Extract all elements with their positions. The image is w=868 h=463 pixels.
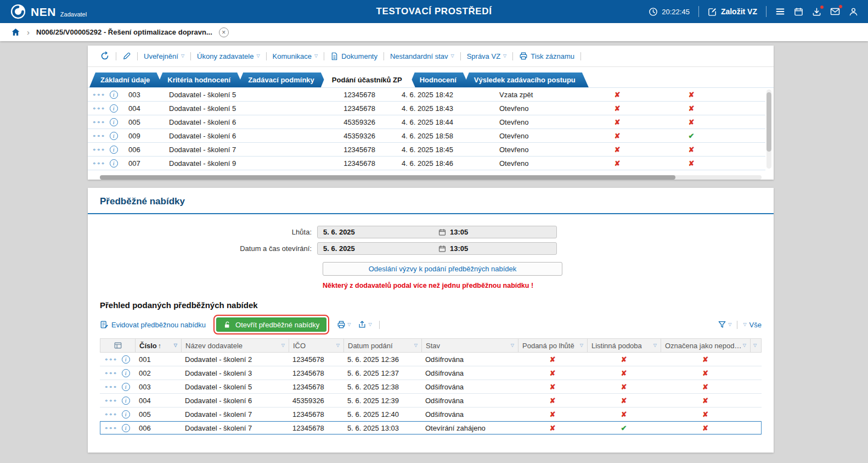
header-datum-podani[interactable]: Datum podání ▽: [344, 339, 422, 352]
offers-overview-title: Přehled podaných předběžných nabídek: [88, 292, 774, 313]
profile-button[interactable]: [849, 7, 858, 16]
row-info-icon[interactable]: i: [110, 132, 118, 140]
row-actions-icon[interactable]: ∘∘∘: [104, 370, 117, 376]
breadcrumb-record[interactable]: N006/25/V00005292 - Řešení optimalizace …: [36, 28, 212, 36]
toolbar-item-tisk-zaznamu[interactable]: Tisk záznamu: [519, 52, 574, 60]
header-stav[interactable]: Stav ▽: [422, 339, 518, 352]
cell-stav: Otevřeno: [483, 132, 582, 140]
cell-ico: 45359326: [289, 397, 343, 405]
nen-logo[interactable]: NEN Zadavatel: [10, 3, 87, 20]
calendar-button[interactable]: [794, 7, 803, 16]
row-actions-icon[interactable]: ∘∘∘: [92, 133, 105, 139]
tab[interactable]: Kritéria hodnocení: [156, 72, 244, 87]
row-info-icon[interactable]: i: [122, 383, 130, 391]
table-row[interactable]: ∘∘∘ i 005 Dodavatel - školení 7 12345678…: [100, 408, 762, 421]
deadline-date-value[interactable]: 5. 6. 2025: [318, 228, 438, 236]
filter-button[interactable]: ▽: [718, 320, 731, 329]
row-info-icon[interactable]: i: [122, 369, 130, 377]
tab-label: Zadávací podmínky: [248, 76, 314, 84]
row-actions-icon[interactable]: ∘∘∘: [92, 160, 105, 166]
row-info-icon[interactable]: i: [110, 159, 118, 168]
row-info-icon[interactable]: i: [110, 91, 118, 99]
row-actions-icon[interactable]: ∘∘∘: [92, 119, 105, 125]
tab[interactable]: Podání účastníků ZP: [321, 72, 415, 87]
refresh-button[interactable]: [100, 51, 110, 61]
row-actions-icon[interactable]: ∘∘∘: [104, 411, 117, 417]
column-settings-button[interactable]: [100, 339, 136, 352]
horizontal-scrollbar[interactable]: [100, 175, 762, 180]
close-record-icon[interactable]: ×: [219, 27, 229, 37]
header-extra[interactable]: ▽: [751, 339, 759, 352]
tab[interactable]: Zadávací podmínky: [237, 72, 328, 87]
downloads-button[interactable]: [812, 7, 821, 16]
toolbar-item-sprava-vz[interactable]: Správa VZ ▽: [467, 52, 507, 60]
horizontal-scrollbar-thumb[interactable]: [100, 175, 675, 180]
toolbar-item-nestandardni-stav[interactable]: Nestandardní stav ▽: [390, 52, 454, 60]
table-row[interactable]: ∘∘∘ i 006 Dodavatel - školení 7 12345678…: [88, 143, 765, 157]
row-actions-icon[interactable]: ∘∘∘: [104, 398, 117, 404]
register-offer-button[interactable]: Evidovat předběžnou nabídku: [100, 320, 206, 329]
header-listinna-podoba[interactable]: Listinná podoba ▽: [588, 339, 661, 352]
toolbar-item-uverejneni[interactable]: Uveřejnění ▽: [144, 52, 184, 60]
flag-icon: ✘: [653, 91, 730, 99]
opening-date-value[interactable]: 5. 6. 2025: [318, 244, 438, 253]
create-vz-button[interactable]: Založit VZ: [708, 7, 757, 16]
row-actions-icon[interactable]: ∘∘∘: [104, 425, 117, 431]
table-row[interactable]: ∘∘∘ i 002 Dodavatel - školení 3 12345678…: [100, 366, 762, 380]
toolbar-item-ukony-zadavatele[interactable]: Úkony zadavatele ▽: [197, 52, 260, 60]
row-actions-icon[interactable]: ∘∘∘: [92, 105, 105, 111]
row-info-icon[interactable]: i: [122, 397, 130, 405]
edit-record-button[interactable]: [122, 52, 131, 60]
flag-icon: ✘: [582, 104, 653, 113]
tab[interactable]: Výsledek zadávacího postupu: [463, 72, 589, 87]
offers-table-body: ∘∘∘ i 001 Dodavatel - školení 2 12345678…: [100, 353, 762, 435]
print-table-button[interactable]: ▽: [337, 320, 351, 329]
row-actions-icon[interactable]: ∘∘∘: [104, 384, 117, 390]
header-podana-po-lhute[interactable]: Podaná po lhůtě ▽: [518, 339, 588, 352]
row-info-icon[interactable]: i: [122, 424, 130, 432]
table-row[interactable]: ∘∘∘ i 003 Dodavatel - školení 5 12345678…: [100, 380, 762, 394]
table-row[interactable]: ∘∘∘ i 003 Dodavatel - školení 5 12345678…: [88, 88, 765, 102]
row-info-icon[interactable]: i: [122, 410, 130, 419]
table-row[interactable]: ∘∘∘ i 006 Dodavatel - školení 7 12345678…: [100, 421, 762, 435]
table-row[interactable]: ∘∘∘ i 007 Dodavatel - školení 9 12345678…: [88, 157, 765, 170]
header-cislo[interactable]: Číslo↑ ▽: [136, 339, 182, 352]
menu-button[interactable]: [775, 7, 785, 16]
cell-nazev-dodavatele: Dodavatel - školení 7: [181, 410, 289, 419]
cell-cislo: 005: [135, 410, 181, 419]
messages-button[interactable]: [830, 7, 840, 16]
home-button[interactable]: [11, 27, 20, 37]
view-all-dropdown[interactable]: ▽ Vše: [743, 321, 762, 329]
deadline-time-value[interactable]: 13:05: [450, 228, 468, 236]
table-row[interactable]: ∘∘∘ i 004 Dodavatel - školení 5 12345678…: [88, 102, 765, 115]
flag-icon: ✘: [661, 369, 750, 377]
deadline-field[interactable]: 5. 6. 2025 13:05: [317, 226, 557, 238]
export-table-button[interactable]: ▽: [358, 320, 371, 329]
row-info-icon[interactable]: i: [122, 355, 130, 364]
row-actions-icon[interactable]: ∘∘∘: [104, 356, 117, 362]
opening-time-value[interactable]: 13:05: [450, 244, 468, 253]
table-row[interactable]: ∘∘∘ i 009 Dodavatel - školení 6 45359326…: [88, 129, 765, 143]
tab-label: Výsledek zadávacího postupu: [474, 76, 576, 84]
row-info-icon[interactable]: i: [110, 104, 118, 113]
vertical-scrollbar-thumb[interactable]: [766, 92, 771, 152]
row-info-icon[interactable]: i: [110, 118, 118, 126]
open-offers-button[interactable]: Otevřít předběžné nabídky: [216, 317, 326, 332]
table-row[interactable]: ∘∘∘ i 004 Dodavatel - školení 6 45359326…: [100, 394, 762, 408]
header-nazev-dodavatele[interactable]: Název dodavatele ▽: [182, 339, 289, 352]
send-invitation-button[interactable]: Odeslání výzvy k podání předběžných nabí…: [323, 262, 562, 276]
vertical-scrollbar[interactable]: [766, 90, 771, 169]
table-row[interactable]: ∘∘∘ i 001 Dodavatel - školení 2 12345678…: [100, 353, 762, 366]
opening-field[interactable]: 5. 6. 2025 13:05: [317, 242, 557, 255]
row-actions-icon[interactable]: ∘∘∘: [92, 92, 105, 98]
row-info-icon[interactable]: i: [110, 146, 118, 154]
toolbar-item-komunikace[interactable]: Komunikace ▽: [273, 52, 318, 60]
header-ico[interactable]: IČO ▽: [289, 339, 344, 352]
toolbar-item-dokumenty[interactable]: Dokumenty: [330, 52, 377, 60]
tab[interactable]: Hodnocení: [409, 72, 470, 87]
tab[interactable]: Základní údaje: [89, 72, 163, 87]
tab-label: Hodnocení: [420, 76, 456, 84]
table-row[interactable]: ∘∘∘ i 005 Dodavatel - školení 6 45359326…: [88, 115, 765, 129]
row-actions-icon[interactable]: ∘∘∘: [92, 147, 105, 153]
header-oznacena-jako-nepodana[interactable]: Označena jako nepodaná ▽: [661, 339, 751, 352]
